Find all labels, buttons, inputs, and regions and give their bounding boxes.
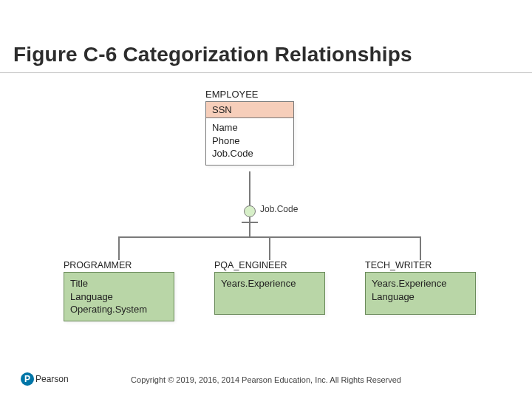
attribute: Language — [372, 290, 469, 304]
entity-box: Years.Experience — [214, 272, 325, 315]
title-rule — [0, 72, 532, 73]
connector-line — [269, 236, 270, 260]
er-diagram: EMPLOYEE SSN Name Phone Job.Code Job.Cod… — [64, 89, 492, 347]
subtype-tech-writer: TECH_WRITER Years.Experience Language — [365, 260, 476, 315]
connector-line — [420, 236, 421, 260]
entity-label: PROGRAMMER — [64, 260, 174, 270]
entity-box: Years.Experience Language — [365, 272, 476, 315]
connector-line — [118, 236, 120, 260]
figure-title: Figure C-6 Categorization Relationships — [13, 43, 412, 66]
subtype-programmer: PROGRAMMER Title Language Operating.Syst… — [64, 260, 174, 321]
entity-box: SSN Name Phone Job.Code — [205, 101, 294, 166]
connector-line — [249, 217, 250, 236]
attribute: Language — [70, 290, 168, 304]
attribute: Job.Code — [212, 147, 287, 160]
entity-label: TECH_WRITER — [365, 260, 476, 270]
attribute: Title — [70, 277, 168, 290]
attribute: Years.Experience — [221, 277, 318, 290]
attribute: Operating.System — [70, 303, 168, 316]
entity-box: Title Language Operating.System — [64, 272, 174, 321]
attribute: Years.Experience — [372, 277, 469, 290]
entity-label: EMPLOYEE — [205, 89, 294, 100]
copyright-text: Copyright © 2019, 2016, 2014 Pearson Edu… — [0, 375, 532, 384]
supertype-employee: EMPLOYEE SSN Name Phone Job.Code — [205, 89, 294, 166]
attribute: Name — [212, 121, 287, 134]
entity-label: PQA_ENGINEER — [214, 260, 325, 270]
overlap-bar — [242, 222, 258, 223]
primary-key: SSN — [206, 102, 293, 118]
discriminator-label: Job.Code — [260, 204, 298, 214]
subtype-pqa-engineer: PQA_ENGINEER Years.Experience — [214, 260, 325, 315]
attribute-list: Name Phone Job.Code — [206, 118, 293, 165]
slide: Figure C-6 Categorization Relationships … — [0, 0, 532, 399]
connector-line — [249, 171, 250, 205]
categorization-circle-icon — [244, 205, 256, 217]
attribute: Phone — [212, 134, 287, 148]
